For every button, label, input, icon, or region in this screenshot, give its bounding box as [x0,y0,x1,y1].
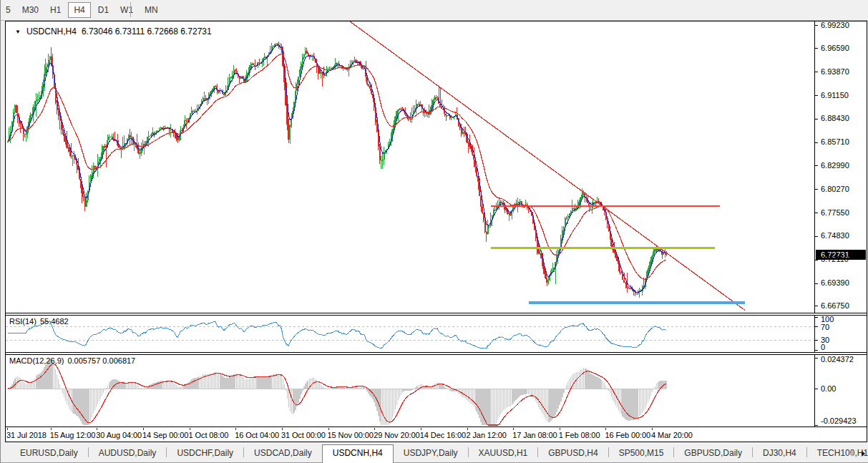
candle-body [82,188,83,197]
macd-bar [410,389,411,391]
macd-bar [639,389,640,416]
macd-bar [295,389,296,410]
chart-tab-sp500-m15[interactable]: SP500,M15 [609,445,674,462]
chart-ohlc-readout: 6.73046 6.73111 6.72668 6.72731 [82,26,212,36]
chart-tab-eurusd-daily[interactable]: EURUSD,Daily [10,445,88,462]
symbol-dropdown-icon[interactable]: ▼ [15,29,21,35]
macd-bar [125,384,126,389]
candle-body [620,273,622,274]
macd-bar [496,389,497,423]
candle-body [289,127,291,140]
period-toolbar: 5M30H1H4D1W1MN [1,0,868,21]
macd-bar [141,388,142,389]
candle-body [162,127,163,128]
macd-bar [483,389,484,425]
macd-bar [278,374,279,389]
time-tick-label: 1 Oct 08:00 [189,431,229,439]
period-button-d1[interactable]: D1 [94,3,113,17]
period-button-h4[interactable]: H4 [68,2,90,18]
period-button-w1[interactable]: W1 [116,3,137,17]
macd-bar [417,386,418,389]
macd-bar [243,378,244,389]
period-button-5[interactable]: 5 [1,3,15,17]
macd-bar [288,389,289,407]
ma-fast-line[interactable] [8,45,666,292]
chart-tab-gbpusd-daily[interactable]: GBPUSD,Daily [674,445,752,462]
tabs-scroll-left-button[interactable] [849,451,853,457]
macd-bar [74,389,75,414]
macd-bar [588,372,589,389]
chart-tab-xauusd-h1[interactable]: XAUUSD,H1 [469,445,538,462]
macd-bar [30,382,31,389]
rsi-tick-mark [815,340,818,341]
macd-bar [80,389,81,421]
macd-bar [59,384,60,389]
macd-bar [532,389,533,396]
macd-bar [487,389,488,425]
rsi-label: RSI(14)55.4682 [9,317,72,326]
macd-bar [281,376,282,389]
macd-bar [77,389,78,416]
macd-bar [229,376,230,389]
macd-bar [482,389,482,425]
candle-body [546,278,547,283]
time-tick-label: 2 Jan 12:00 [467,431,507,439]
time-tick-label: 31 Jul 2018 [6,431,47,439]
chart-tab-usdcad-daily[interactable]: USDCAD,Daily [244,445,322,462]
macd-bar [155,383,155,389]
candle-body [434,97,435,100]
macd-bar [177,386,178,389]
macd-bar [366,389,366,389]
macd-bar [386,389,387,425]
period-button-h1[interactable]: H1 [46,3,65,17]
macd-bar [396,389,397,405]
macd-bar [582,369,582,389]
macd-bar [57,374,57,389]
macd-bar [645,389,645,409]
macd-bar [236,374,237,389]
chart-tab-usdjpy-daily[interactable]: USDJPY,Daily [394,445,468,462]
macd-bar [621,389,622,414]
macd-bar [395,389,396,409]
macd-bar [593,375,593,389]
candle-body [305,51,306,54]
candle-body [567,216,569,218]
macd-bar [301,389,301,394]
macd-bar [540,389,540,409]
candle-body [128,135,130,139]
tabs-scroll-right-button[interactable] [862,451,865,457]
candle-body [633,291,635,292]
macd-bar [608,389,609,391]
candle-body [185,120,187,121]
candle-body [320,72,321,74]
chart-tab-gbpusd-h4[interactable]: GBPUSD,H4 [538,445,608,462]
macd-bar [61,389,62,389]
macd-bar [465,389,466,399]
macd-bar [87,389,88,425]
macd-bar [103,389,104,393]
ma-slow-line[interactable] [8,54,666,279]
macd-bar [246,379,247,389]
trendline[interactable] [350,21,745,311]
candle-body [94,166,96,168]
chart-tab-usdcnh-h4[interactable]: USDCNH,H4 [322,444,394,463]
period-button-mn[interactable]: MN [140,3,162,17]
macd-bar [147,387,147,389]
macd-bar [538,389,539,407]
rsi-canvas[interactable] [6,316,814,352]
macd-bar [109,381,110,389]
chart-tab-usdchf-daily[interactable]: USDCHF,Daily [167,445,243,462]
macd-bar [348,388,349,389]
candle-body [382,160,384,160]
chart-tab-dj30-h4[interactable]: DJ30,H4 [753,445,806,462]
macd-bar [207,374,208,389]
main-chart-canvas[interactable] [6,21,814,313]
macd-canvas[interactable] [6,355,814,427]
time-tick-mark [560,428,560,430]
period-button-m30[interactable]: M30 [18,3,43,17]
macd-bar [363,387,364,389]
chart-tab-audusd-daily[interactable]: AUDUSD,Daily [89,445,167,462]
macd-bar [194,378,195,389]
price-tick-label: 6.82990 [821,161,849,170]
macd-bar [585,369,585,389]
